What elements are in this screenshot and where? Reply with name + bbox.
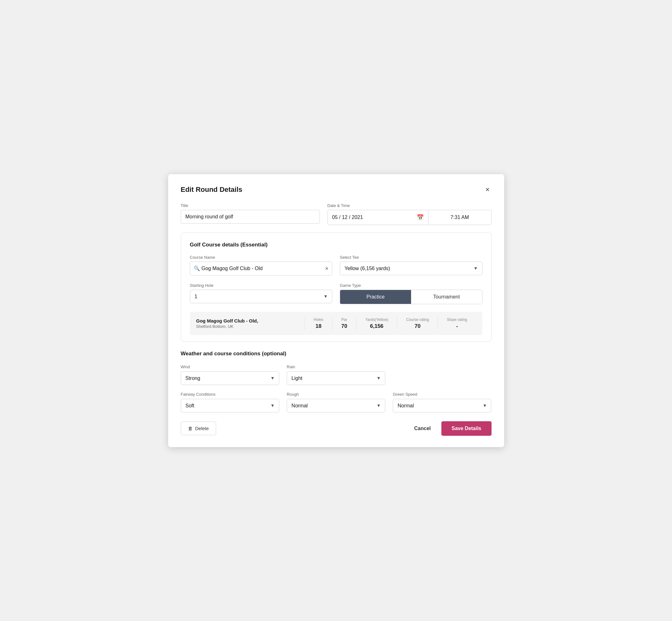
fairway-select-wrapper: Soft Normal Firm ▼ [181,399,279,412]
rain-group: Rain None Light Moderate Heavy ▼ [287,364,385,385]
datetime-group: Date & Time 05 / 12 / 2021 📅 7:31 AM [328,203,492,225]
edit-round-modal: Edit Round Details × Title Date & Time 0… [168,174,504,447]
course-name-input[interactable] [190,261,333,276]
course-clear-button[interactable]: × [325,266,328,272]
course-info-location-text: Shelford Bottom, UK [196,324,305,329]
starting-hole-select[interactable]: 1 2 10 [190,290,333,303]
starting-hole-select-wrapper: 1 2 10 ▼ [190,290,333,303]
delete-button[interactable]: 🗑 Delete [181,422,216,435]
title-group: Title [181,203,320,225]
rough-label: Rough [287,392,299,397]
wind-group: Wind None Light Moderate Strong ▼ [181,364,279,385]
calendar-icon: 📅 [417,214,424,221]
game-type-label: Game Type [340,283,482,288]
course-stat-slope-rating: Slope rating - [437,318,476,329]
course-tee-row: Course Name 🔍 × Select Tee Yellow (6,156… [190,255,482,276]
rain-select[interactable]: None Light Moderate Heavy [287,371,385,385]
green-speed-label: Green Speed [393,392,417,397]
slope-rating-value: - [456,323,458,329]
golf-course-title: Golf Course details (Essential) [190,242,482,248]
fairway-label: Fairway Conditions [181,392,216,397]
course-stat-holes: Holes 18 [304,318,332,329]
title-datetime-row: Title Date & Time 05 / 12 / 2021 📅 7:31 … [181,203,492,225]
course-info-bar: Gog Magog Golf Club - Old, Shelford Bott… [190,312,482,335]
time-field[interactable]: 7:31 AM [428,210,492,225]
rough-select-wrapper: Soft Normal Firm ▼ [287,399,385,412]
course-info-name-text: Gog Magog Golf Club - Old, [196,318,305,323]
delete-label: Delete [195,426,209,431]
fairway-group: Fairway Conditions Soft Normal Firm ▼ [181,391,279,412]
wind-label: Wind [181,365,190,369]
time-value: 7:31 AM [451,215,469,220]
select-tee-group: Select Tee Yellow (6,156 yards) White Re… [340,255,482,276]
date-time-fields: 05 / 12 / 2021 📅 7:31 AM [328,210,492,225]
holes-label: Holes [313,318,323,322]
date-value: 05 / 12 / 2021 [332,215,363,220]
course-stat-course-rating: Course rating 70 [397,318,437,329]
title-input[interactable] [181,210,320,224]
fairway-select[interactable]: Soft Normal Firm [181,399,279,412]
select-tee-label: Select Tee [340,255,482,260]
tee-select-wrapper: Yellow (6,156 yards) White Red Blue ▼ [340,261,482,275]
rough-select[interactable]: Soft Normal Firm [287,399,385,412]
footer-row: 🗑 Delete Cancel Save Details [181,421,492,436]
date-field[interactable]: 05 / 12 / 2021 📅 [328,210,428,225]
modal-title: Edit Round Details [181,185,243,194]
modal-header: Edit Round Details × [181,185,492,194]
course-name-group: Course Name 🔍 × [190,255,333,276]
course-rating-value: 70 [415,323,421,329]
weather-section-title: Weather and course conditions (optional) [181,350,492,357]
green-speed-select-wrapper: Slow Normal Fast ▼ [393,399,491,412]
wind-select-wrapper: None Light Moderate Strong ▼ [181,371,279,385]
starting-hole-group: Starting Hole 1 2 10 ▼ [190,283,333,304]
game-type-group: Game Type Practice Tournament [340,283,482,304]
yards-value: 6,156 [370,323,384,329]
wind-rain-row: Wind None Light Moderate Strong ▼ Rain N… [181,364,492,385]
practice-toggle-button[interactable]: Practice [340,290,411,304]
search-icon: 🔍 [194,265,200,272]
tee-select[interactable]: Yellow (6,156 yards) White Red Blue [340,261,482,275]
hole-gametype-row: Starting Hole 1 2 10 ▼ Game Type Practic… [190,283,482,304]
rain-label: Rain [287,365,295,369]
course-stat-yards: Yards(Yellow) 6,156 [356,318,397,329]
weather-section: Weather and course conditions (optional)… [181,350,492,412]
yards-label: Yards(Yellow) [365,318,388,322]
course-stat-par: Par 70 [332,318,356,329]
save-button[interactable]: Save Details [442,421,491,436]
footer-right: Cancel Save Details [411,421,492,436]
wind-select[interactable]: None Light Moderate Strong [181,371,279,385]
title-label: Title [181,203,320,208]
close-button[interactable]: × [484,185,492,194]
course-name-wrapper: 🔍 × [190,261,333,276]
fairway-rough-green-row: Fairway Conditions Soft Normal Firm ▼ Ro… [181,391,492,412]
course-info-name-location: Gog Magog Golf Club - Old, Shelford Bott… [196,318,305,329]
rain-select-wrapper: None Light Moderate Heavy ▼ [287,371,385,385]
trash-icon: 🗑 [188,426,193,431]
golf-course-section: Golf Course details (Essential) Course N… [181,233,492,342]
course-rating-label: Course rating [406,318,429,322]
par-value: 70 [341,323,347,329]
rough-group: Rough Soft Normal Firm ▼ [287,391,385,412]
cancel-button[interactable]: Cancel [411,422,434,435]
game-type-toggle: Practice Tournament [340,290,482,304]
green-speed-group: Green Speed Slow Normal Fast ▼ [393,391,491,412]
datetime-label: Date & Time [328,203,492,208]
par-label: Par [341,318,347,322]
starting-hole-label: Starting Hole [190,283,333,288]
course-name-label: Course Name [190,255,333,260]
tournament-toggle-button[interactable]: Tournament [411,290,482,304]
green-speed-select[interactable]: Slow Normal Fast [393,399,491,412]
slope-rating-label: Slope rating [447,318,467,322]
holes-value: 18 [316,323,322,329]
